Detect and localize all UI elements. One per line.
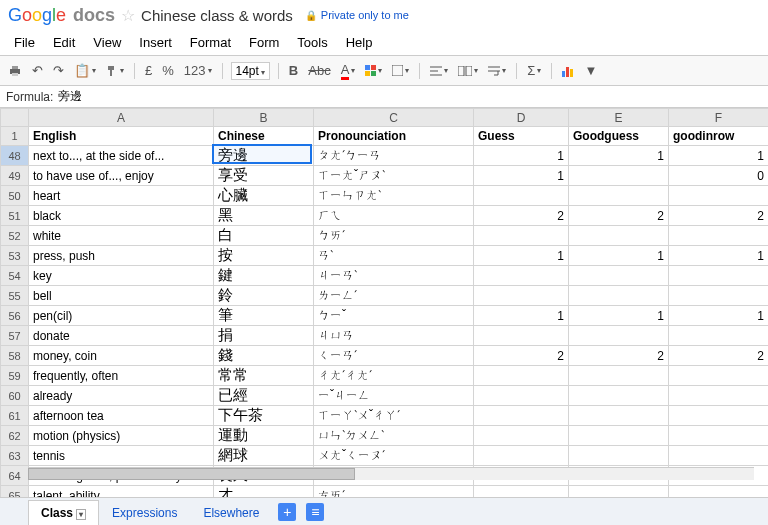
spreadsheet-grid[interactable]: A B C D E F 1 English Chinese Pronouncia…: [0, 108, 768, 508]
cell[interactable]: [669, 266, 769, 286]
cell[interactable]: [669, 186, 769, 206]
cell[interactable]: [569, 446, 669, 466]
row-header[interactable]: 53: [1, 246, 29, 266]
cell[interactable]: [474, 326, 569, 346]
cell[interactable]: ㄐㄧㄢˋ: [314, 266, 474, 286]
redo-icon[interactable]: ↷: [51, 62, 66, 79]
menu-edit[interactable]: Edit: [45, 32, 83, 53]
cell[interactable]: donate: [29, 326, 214, 346]
cell[interactable]: 2: [669, 346, 769, 366]
cell[interactable]: money, coin: [29, 346, 214, 366]
cell[interactable]: [669, 406, 769, 426]
cell[interactable]: ㄒㄧㄚˋㄨˇㄔㄚˊ: [314, 406, 474, 426]
cell[interactable]: [474, 446, 569, 466]
cell[interactable]: Goodguess: [569, 127, 669, 146]
font-size-select[interactable]: 14pt: [231, 62, 270, 80]
menu-insert[interactable]: Insert: [131, 32, 180, 53]
row-header[interactable]: 61: [1, 406, 29, 426]
cell[interactable]: goodinrow: [669, 127, 769, 146]
cell[interactable]: 享受: [214, 166, 314, 186]
select-all-cell[interactable]: [1, 109, 29, 127]
cell[interactable]: ㄢˋ: [314, 246, 474, 266]
cell[interactable]: ㄅㄞˊ: [314, 226, 474, 246]
menu-help[interactable]: Help: [338, 32, 381, 53]
row-header[interactable]: 63: [1, 446, 29, 466]
cell[interactable]: Guess: [474, 127, 569, 146]
cell[interactable]: 2: [474, 346, 569, 366]
cell[interactable]: to have use of..., enjoy: [29, 166, 214, 186]
row-header[interactable]: 62: [1, 426, 29, 446]
cell[interactable]: [669, 446, 769, 466]
row-header[interactable]: 60: [1, 386, 29, 406]
cell[interactable]: 旁邊: [214, 146, 314, 166]
cell[interactable]: tennis: [29, 446, 214, 466]
more-formats[interactable]: 123: [182, 62, 214, 79]
cell[interactable]: 1: [569, 146, 669, 166]
format-currency[interactable]: £: [143, 62, 154, 79]
cell[interactable]: ㄔㄤˊㄔㄤˊ: [314, 366, 474, 386]
cell[interactable]: [474, 226, 569, 246]
cell[interactable]: 鍵: [214, 266, 314, 286]
cell[interactable]: Pronounciation: [314, 127, 474, 146]
functions-button[interactable]: Σ: [525, 62, 543, 79]
cell[interactable]: 網球: [214, 446, 314, 466]
cell[interactable]: 按: [214, 246, 314, 266]
cell[interactable]: [569, 186, 669, 206]
row-header[interactable]: 55: [1, 286, 29, 306]
align-icon[interactable]: [428, 65, 450, 77]
fill-color-icon[interactable]: [363, 64, 384, 77]
cell[interactable]: [474, 386, 569, 406]
row-header[interactable]: 54: [1, 266, 29, 286]
cell[interactable]: key: [29, 266, 214, 286]
cell[interactable]: next to..., at the side of...: [29, 146, 214, 166]
cell[interactable]: already: [29, 386, 214, 406]
cell[interactable]: Chinese: [214, 127, 314, 146]
cell[interactable]: [474, 266, 569, 286]
cell[interactable]: [669, 326, 769, 346]
col-header-d[interactable]: D: [474, 109, 569, 127]
cell[interactable]: [669, 286, 769, 306]
row-header[interactable]: 50: [1, 186, 29, 206]
row-header[interactable]: 51: [1, 206, 29, 226]
cell[interactable]: 下午茶: [214, 406, 314, 426]
cell[interactable]: 0: [669, 166, 769, 186]
cell[interactable]: 心臟: [214, 186, 314, 206]
all-sheets-button[interactable]: ≡: [306, 503, 324, 521]
merge-icon[interactable]: [456, 65, 480, 77]
cell[interactable]: [474, 406, 569, 426]
tab-class[interactable]: Class▾: [28, 500, 99, 525]
cell[interactable]: [474, 286, 569, 306]
cell[interactable]: 2: [474, 206, 569, 226]
cell[interactable]: [569, 266, 669, 286]
row-header[interactable]: 48: [1, 146, 29, 166]
cell[interactable]: 白: [214, 226, 314, 246]
cell[interactable]: 1: [474, 246, 569, 266]
cell[interactable]: ㄐㄩㄢ: [314, 326, 474, 346]
privacy-indicator[interactable]: 🔒 Private only to me: [305, 9, 409, 21]
cell[interactable]: 1: [669, 146, 769, 166]
cell[interactable]: black: [29, 206, 214, 226]
row-header[interactable]: 52: [1, 226, 29, 246]
cell[interactable]: motion (physics): [29, 426, 214, 446]
cell[interactable]: pen(cil): [29, 306, 214, 326]
cell[interactable]: frequently, often: [29, 366, 214, 386]
tab-elsewhere[interactable]: Elsewhere: [190, 500, 272, 525]
tab-menu-icon[interactable]: ▾: [76, 509, 86, 520]
cell[interactable]: [569, 286, 669, 306]
cell[interactable]: 1: [474, 306, 569, 326]
cell[interactable]: 已經: [214, 386, 314, 406]
cell[interactable]: white: [29, 226, 214, 246]
cell[interactable]: 運動: [214, 426, 314, 446]
wrap-icon[interactable]: [486, 65, 508, 77]
col-header-b[interactable]: B: [214, 109, 314, 127]
text-color-icon[interactable]: A: [339, 61, 358, 81]
cell[interactable]: ㄩㄣˋㄉㄨㄥˋ: [314, 426, 474, 446]
cell[interactable]: English: [29, 127, 214, 146]
cell[interactable]: [569, 406, 669, 426]
cell[interactable]: 1: [669, 306, 769, 326]
format-percent[interactable]: %: [160, 62, 176, 79]
tab-expressions[interactable]: Expressions: [99, 500, 190, 525]
cell[interactable]: 1: [474, 146, 569, 166]
cell[interactable]: [474, 366, 569, 386]
cell[interactable]: press, push: [29, 246, 214, 266]
